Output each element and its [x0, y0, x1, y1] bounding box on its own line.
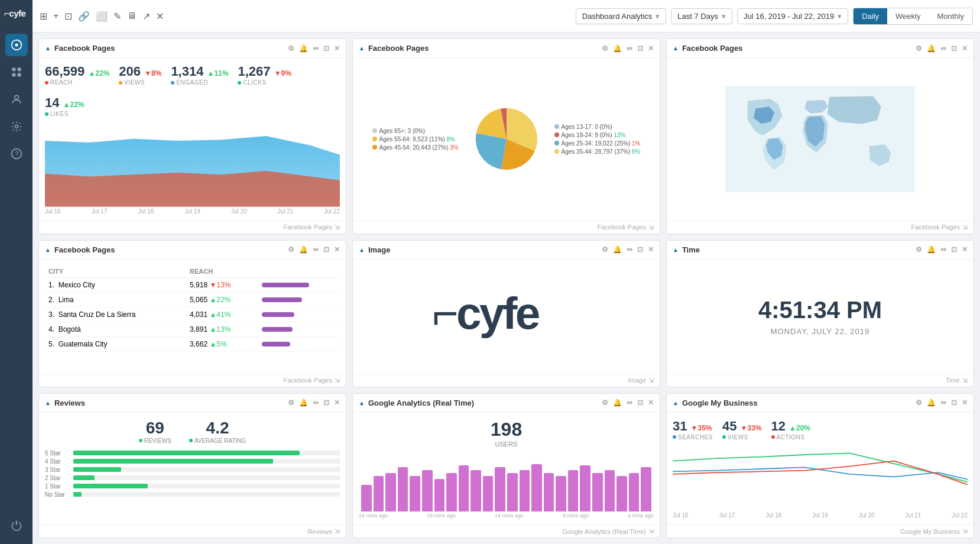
date-range-label: Last 7 Days — [677, 12, 718, 21]
settings-icon[interactable]: ⚙ — [916, 245, 922, 254]
sidebar-item-power[interactable] — [5, 514, 28, 537]
alert-icon[interactable]: 🔔 — [299, 399, 308, 407]
move-icon[interactable]: ⇔ — [940, 399, 946, 407]
collapse-icon[interactable]: ▲ — [359, 400, 365, 406]
alert-icon[interactable]: 🔔 — [613, 245, 622, 254]
widget-image-footer: Image ⇲ — [353, 374, 660, 387]
widget-reviews-actions: ⚙ 🔔 ⇔ ⊡ ✕ — [288, 399, 340, 407]
resize-icon[interactable]: ⇲ — [335, 527, 340, 535]
resize-icon[interactable]: ⇲ — [648, 377, 654, 384]
close-widget-icon[interactable]: ✕ — [962, 245, 968, 254]
collapse-icon[interactable]: ▲ — [359, 247, 365, 253]
resize-icon[interactable]: ⇲ — [962, 377, 968, 384]
date-display-selector[interactable]: Jul 16, 2019 - Jul 22, 2019 ▾ — [737, 8, 848, 24]
expand-icon[interactable]: ⊡ — [951, 399, 957, 407]
close-widget-icon[interactable]: ✕ — [962, 399, 968, 407]
edit-icon[interactable]: ✎ — [113, 11, 121, 22]
close-widget-icon[interactable]: ✕ — [648, 245, 654, 254]
widget-reviews-footer-label: Reviews — [307, 528, 332, 535]
date-range-selector[interactable]: Last 7 Days ▾ — [671, 8, 732, 24]
widget-time-footer-label: Time — [946, 377, 960, 384]
share-icon[interactable]: ↗ — [142, 11, 150, 22]
resize-icon[interactable]: ⇲ — [648, 527, 654, 535]
btn-monthly[interactable]: Monthly — [929, 8, 972, 24]
collapse-icon[interactable]: ▲ — [673, 45, 679, 51]
sidebar-item-settings[interactable] — [5, 115, 28, 138]
settings-icon[interactable]: ⚙ — [602, 399, 608, 407]
move-icon[interactable]: ⇔ — [940, 245, 946, 254]
close-icon[interactable]: ✕ — [156, 11, 164, 22]
btn-weekly[interactable]: Weekly — [887, 8, 929, 24]
widget-fb-map: ▲ Facebook Pages ⚙ 🔔 ⇔ ⊡ ✕ — [666, 38, 974, 234]
alert-icon[interactable]: 🔔 — [299, 245, 308, 254]
expand-icon[interactable]: ⊡ — [951, 245, 957, 254]
move-icon[interactable]: ⇔ — [627, 245, 632, 254]
gmb-actions: 12 ▲20% ACTIONS — [771, 419, 811, 441]
alert-icon[interactable]: 🔔 — [927, 399, 936, 407]
expand-icon[interactable]: ⊡ — [637, 44, 643, 53]
svg-text:⌐cyfe: ⌐cyfe — [4, 8, 26, 18]
move-icon[interactable]: ⇔ — [313, 44, 319, 53]
collapse-icon[interactable]: ▲ — [45, 400, 51, 406]
sidebar-item-help[interactable]: ? — [5, 143, 28, 165]
alert-icon[interactable]: 🔔 — [927, 245, 936, 254]
star-bars-container: 5 Star 4 Star 3 Star 2 Star — [45, 450, 340, 519]
collapse-icon[interactable]: ▲ — [673, 247, 679, 253]
alert-icon[interactable]: 🔔 — [613, 399, 622, 407]
expand-icon[interactable]: ⊡ — [323, 245, 329, 254]
image-icon[interactable]: ⬜ — [96, 11, 108, 22]
settings-icon[interactable]: ⚙ — [916, 44, 922, 53]
sidebar-item-analytics[interactable] — [5, 61, 28, 83]
reviews-rating-block: 4.2 AVERAGE RATING — [189, 419, 246, 444]
display-icon[interactable]: 🖥 — [127, 11, 137, 21]
close-widget-icon[interactable]: ✕ — [648, 399, 654, 407]
move-icon[interactable]: ⇔ — [940, 44, 946, 53]
expand-icon[interactable]: ⊡ — [637, 245, 643, 254]
link-icon[interactable]: 🔗 — [78, 11, 90, 22]
col-city: CITY — [45, 265, 186, 278]
close-widget-icon[interactable]: ✕ — [334, 44, 340, 53]
settings-icon[interactable]: ⚙ — [288, 44, 294, 53]
resize-icon[interactable]: ⇲ — [962, 224, 968, 231]
monitor-icon[interactable]: ⊡ — [64, 11, 72, 22]
close-widget-icon[interactable]: ✕ — [334, 245, 340, 254]
stat-views-label: VIEWS — [119, 79, 161, 86]
dashboard-selector[interactable]: Dashboard Analytics ▾ — [576, 8, 667, 24]
alert-icon[interactable]: 🔔 — [927, 44, 936, 53]
btn-daily[interactable]: Daily — [854, 8, 887, 24]
sidebar-item-dashboard[interactable] — [5, 34, 28, 56]
collapse-icon[interactable]: ▲ — [359, 45, 365, 51]
close-widget-icon[interactable]: ✕ — [334, 399, 340, 407]
expand-icon[interactable]: ⊡ — [323, 399, 329, 407]
resize-icon[interactable]: ⇲ — [335, 377, 340, 384]
resize-icon[interactable]: ⇲ — [335, 224, 340, 231]
collapse-icon[interactable]: ▲ — [45, 247, 51, 253]
stat-likes-label: LIKES — [45, 111, 85, 117]
alert-icon[interactable]: 🔔 — [299, 44, 308, 53]
expand-icon[interactable]: ⊡ — [323, 44, 329, 53]
close-widget-icon[interactable]: ✕ — [962, 44, 968, 53]
legend-item-45: Ages 45-54: 20,443 (27%) 3% — [372, 144, 459, 151]
resize-icon[interactable]: ⇲ — [648, 224, 654, 231]
move-icon[interactable]: ⇔ — [313, 399, 319, 407]
settings-icon[interactable]: ⚙ — [602, 44, 608, 53]
settings-icon[interactable]: ⚙ — [288, 245, 294, 254]
expand-icon[interactable]: ⊡ — [951, 44, 957, 53]
settings-icon[interactable]: ⚙ — [602, 245, 608, 254]
move-icon[interactable]: ⇔ — [627, 44, 632, 53]
grid-icon[interactable]: ⊞ — [40, 11, 47, 22]
settings-icon[interactable]: ⚙ — [916, 399, 922, 407]
sidebar-item-user[interactable] — [5, 88, 28, 111]
stat-views-value: 206 ▼8% — [119, 64, 161, 79]
collapse-icon[interactable]: ▲ — [673, 400, 679, 406]
alert-icon[interactable]: 🔔 — [613, 44, 622, 53]
gmb-line-chart — [673, 445, 968, 511]
settings-icon[interactable]: ⚙ — [288, 399, 294, 407]
resize-icon[interactable]: ⇲ — [962, 527, 968, 535]
expand-icon[interactable]: ⊡ — [637, 399, 643, 407]
plus-icon[interactable]: + — [53, 11, 59, 21]
close-widget-icon[interactable]: ✕ — [648, 44, 654, 53]
collapse-icon[interactable]: ▲ — [45, 45, 51, 51]
move-icon[interactable]: ⇔ — [627, 399, 632, 407]
move-icon[interactable]: ⇔ — [313, 245, 319, 254]
